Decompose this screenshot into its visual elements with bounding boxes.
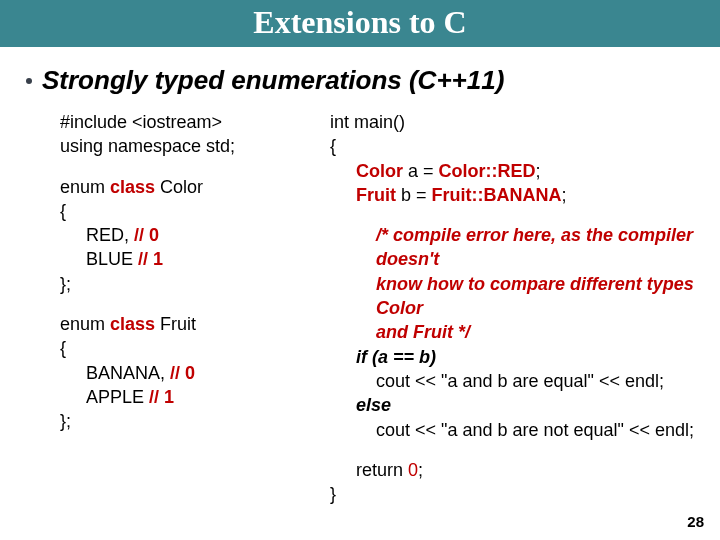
code-line: enum class Color [60,177,203,197]
code-left-column: #include <iostream> using namespace std;… [60,110,320,506]
code-line: cout << "a and b are equal" << endl; [330,369,700,393]
bullet-icon [26,78,32,84]
code-line: { [60,201,66,221]
code-line: }; [60,411,71,431]
slide-title: Extensions to C [0,0,720,47]
code-line: Color a = Color::RED; [330,159,700,183]
code-line: else [330,393,700,417]
code-right-column: int main() { Color a = Color::RED; Fruit… [330,110,700,506]
code-line: { [60,338,66,358]
code-line: } [330,484,336,504]
code-line: if (a == b) [330,345,700,369]
comment-line: know how to compare different types Colo… [330,272,700,321]
subtitle-row: Strongly typed enumerations (C++11) [26,65,720,96]
comment-line: /* compile error here, as the compiler d… [330,223,700,272]
code-columns: #include <iostream> using namespace std;… [0,110,720,506]
code-line: return 0; [330,458,700,482]
code-line: APPLE // 1 [60,385,320,409]
comment-line: and Fruit */ [330,320,700,344]
code-line: #include <iostream> [60,112,222,132]
code-line: BLUE // 1 [60,247,320,271]
code-line: { [330,136,336,156]
code-line: BANANA, // 0 [60,361,320,385]
code-line: enum class Fruit [60,314,196,334]
page-number: 28 [687,513,704,530]
code-line: cout << "a and b are not equal" << endl; [330,418,700,442]
subtitle-text: Strongly typed enumerations (C++11) [42,65,504,96]
code-line: int main() [330,112,405,132]
code-line: Fruit b = Fruit::BANANA; [330,183,700,207]
code-line: RED, // 0 [60,223,320,247]
code-line: using namespace std; [60,136,235,156]
code-line: }; [60,274,71,294]
